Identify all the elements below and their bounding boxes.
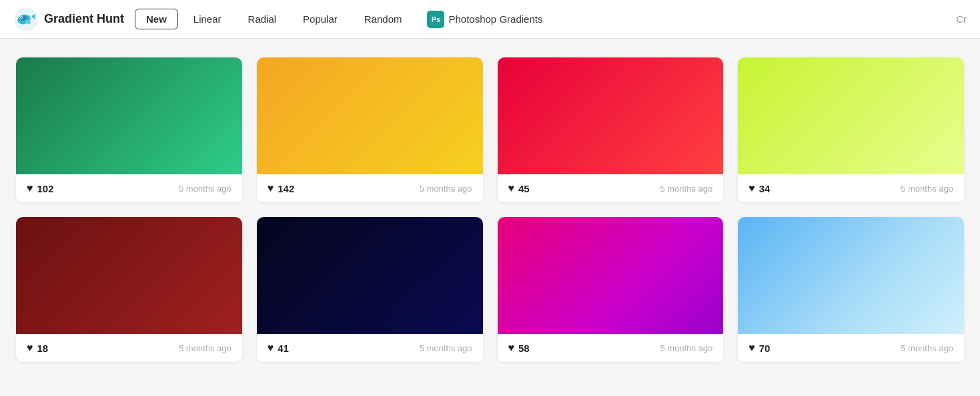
ps-button-label: Photoshop Gradients bbox=[448, 13, 542, 25]
heart-icon: ♥ bbox=[508, 182, 515, 194]
gradient-swatch bbox=[498, 217, 724, 334]
nav-random[interactable]: Random bbox=[353, 9, 414, 29]
gradient-card[interactable]: ♥ 70 5 months ago bbox=[738, 217, 964, 362]
like-count[interactable]: ♥ 34 bbox=[749, 182, 770, 194]
timestamp: 5 months ago bbox=[660, 184, 712, 194]
like-count[interactable]: ♥ 18 bbox=[27, 342, 48, 354]
gradient-card[interactable]: ♥ 34 5 months ago bbox=[738, 57, 964, 202]
like-count[interactable]: ♥ 58 bbox=[508, 342, 530, 354]
gradient-card[interactable]: ♥ 58 5 months ago bbox=[498, 217, 724, 362]
card-footer: ♥ 102 5 months ago bbox=[16, 174, 242, 202]
nav-radial[interactable]: Radial bbox=[237, 9, 288, 29]
timestamp: 5 months ago bbox=[901, 184, 953, 194]
like-number: 41 bbox=[278, 343, 289, 354]
timestamp: 5 months ago bbox=[660, 343, 712, 353]
like-number: 142 bbox=[278, 183, 294, 194]
timestamp: 5 months ago bbox=[901, 343, 953, 353]
logo-text: Gradient Hunt bbox=[44, 12, 124, 26]
timestamp: 5 months ago bbox=[179, 343, 231, 353]
gradient-card[interactable]: ♥ 45 5 months ago bbox=[498, 57, 724, 202]
heart-icon: ♥ bbox=[749, 342, 755, 354]
card-footer: ♥ 70 5 months ago bbox=[738, 334, 964, 362]
gradient-card[interactable]: ♥ 41 5 months ago bbox=[257, 217, 483, 362]
like-number: 45 bbox=[518, 183, 530, 194]
timestamp: 5 months ago bbox=[179, 184, 231, 194]
like-number: 70 bbox=[759, 343, 771, 354]
gradient-swatch bbox=[738, 57, 964, 174]
timestamp: 5 months ago bbox=[420, 343, 472, 353]
gradient-swatch bbox=[16, 217, 242, 334]
heart-icon: ♥ bbox=[268, 182, 274, 194]
gradient-card[interactable]: ♥ 142 5 months ago bbox=[257, 57, 483, 202]
gradient-swatch bbox=[257, 57, 483, 174]
heart-icon: ♥ bbox=[749, 182, 755, 194]
like-count[interactable]: ♥ 45 bbox=[508, 182, 530, 194]
header: Gradient Hunt New Linear Radial Popular … bbox=[0, 0, 980, 39]
nav-popular[interactable]: Popular bbox=[292, 9, 349, 29]
card-footer: ♥ 41 5 months ago bbox=[257, 334, 483, 362]
like-count[interactable]: ♥ 102 bbox=[27, 182, 54, 194]
like-count[interactable]: ♥ 41 bbox=[268, 342, 289, 354]
nav-new[interactable]: New bbox=[135, 9, 178, 29]
timestamp: 5 months ago bbox=[420, 184, 472, 194]
heart-icon: ♥ bbox=[27, 342, 33, 354]
photoshop-gradients-button[interactable]: Ps Photoshop Gradients bbox=[417, 6, 552, 33]
heart-icon: ♥ bbox=[27, 182, 33, 194]
like-number: 34 bbox=[759, 183, 771, 194]
heart-icon: ♥ bbox=[268, 342, 274, 354]
gradient-card[interactable]: ♥ 18 5 months ago bbox=[16, 217, 242, 362]
like-number: 18 bbox=[37, 343, 49, 354]
gradient-swatch bbox=[16, 57, 242, 174]
svg-point-4 bbox=[21, 17, 22, 18]
like-count[interactable]: ♥ 142 bbox=[268, 182, 295, 194]
header-right-text: Cr bbox=[956, 13, 967, 25]
logo: Gradient Hunt bbox=[13, 7, 124, 32]
heart-icon: ♥ bbox=[508, 342, 515, 354]
ps-icon: Ps bbox=[427, 11, 444, 28]
like-count[interactable]: ♥ 70 bbox=[749, 342, 770, 354]
nav-linear[interactable]: Linear bbox=[182, 9, 233, 29]
card-footer: ♥ 58 5 months ago bbox=[498, 334, 724, 362]
gradient-grid: ♥ 102 5 months ago ♥ 142 5 months ago ♥ … bbox=[16, 57, 964, 362]
main-content: ♥ 102 5 months ago ♥ 142 5 months ago ♥ … bbox=[0, 39, 980, 381]
gradient-swatch bbox=[738, 217, 964, 334]
card-footer: ♥ 34 5 months ago bbox=[738, 174, 964, 202]
like-number: 58 bbox=[518, 343, 530, 354]
like-number: 102 bbox=[37, 183, 54, 194]
logo-icon bbox=[13, 7, 39, 32]
card-footer: ♥ 142 5 months ago bbox=[257, 174, 483, 202]
card-footer: ♥ 18 5 months ago bbox=[16, 334, 242, 362]
gradient-card[interactable]: ♥ 102 5 months ago bbox=[16, 57, 242, 202]
card-footer: ♥ 45 5 months ago bbox=[498, 174, 724, 202]
gradient-swatch bbox=[257, 217, 483, 334]
gradient-swatch bbox=[498, 57, 724, 174]
